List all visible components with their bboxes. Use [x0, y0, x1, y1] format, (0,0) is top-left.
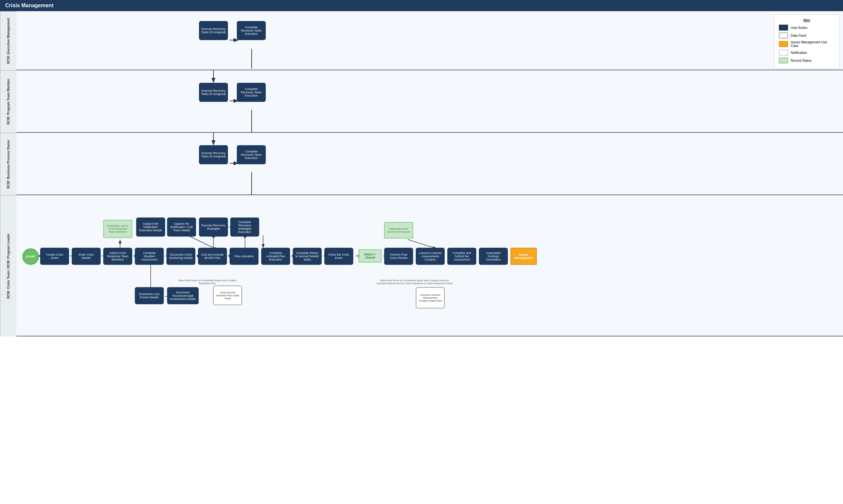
key-swatch-blue [779, 25, 788, 31]
box-start: START [22, 248, 39, 265]
key-swatch-notif [779, 50, 788, 55]
box-lessons-create[interactable]: Lessons Learned Assessments Creation [416, 248, 445, 265]
lane-exec: Execute Recovery Tasks (If Assigned) Com… [16, 11, 843, 70]
box-status-closed: Status = Closed [359, 249, 381, 263]
lane-label-exec: BCM: Executive Management [0, 11, 16, 70]
box-bpo-complete[interactable]: Complete Recovery Tasks Execution [237, 145, 266, 164]
key-label-datafeed: Data Feed [791, 34, 806, 37]
key-label-issues: Issues Management Use Case [791, 40, 835, 48]
arrows-exec [16, 11, 843, 70]
key-row-notif: Notification [779, 50, 835, 55]
lane-label-bpo: BCM: Business Process Owner [0, 133, 16, 195]
box-doc-crisis[interactable]: Document Crisis Monitoring Details [167, 248, 195, 265]
lane-crisis: START Create Crisis Event Enter Crisis D… [16, 195, 843, 337]
box-execute-recov-strat[interactable]: Execute Recovery Strategies [199, 217, 228, 237]
box-complete-sit[interactable]: Complete Situation Assessment [135, 248, 164, 265]
box-link-activate[interactable]: Link and Activate BC/DR Plan [198, 248, 227, 265]
box-complete-recov-strat[interactable]: Complete Recovery Strategies Execution [230, 217, 259, 237]
box-crisis-datafeed: Crisis Events Activate Plans Data Feed [213, 286, 242, 305]
box-perform-post[interactable]: Perform Post Crisis Review [384, 248, 413, 265]
box-doc-loss[interactable]: Document Loss Events Details [135, 287, 164, 304]
svg-line-32 [186, 235, 217, 249]
key-row-status: Record Status [779, 57, 835, 64]
box-complete-act-plan[interactable]: Complete Activated Plan Execution [261, 248, 290, 265]
box-close-crisis[interactable]: Close the Crisis Event [324, 248, 353, 265]
lane-prog: Execute Recovery Tasks (If Assigned) Com… [16, 70, 843, 133]
box-create-crisis[interactable]: Create Crisis Event [40, 248, 69, 265]
key-label-user: User Action [791, 26, 807, 30]
lane-label-prog: BCM: Program Team Member [0, 70, 16, 133]
key-row-datafeed: Data Feed [779, 33, 835, 38]
key-label-status: Record Status [791, 59, 811, 62]
box-capture-call[interactable]: Capture the Notification / Call Trees De… [167, 217, 196, 237]
box-plan-activation[interactable]: Plan Activation [229, 248, 259, 265]
box-enter-crisis[interactable]: Enter Crisis Details [72, 248, 101, 265]
lane-label-crisis: BCM: Crisis Team / BCM: Program Leader [0, 195, 16, 337]
box-complete-return[interactable]: Complete Return to Normal Details/ Tasks [293, 248, 322, 265]
box-prog-complete[interactable]: Complete Recovery Tasks Execution [237, 83, 266, 102]
arrows-prog [16, 70, 843, 132]
label-datafeed-lessons: Data Feed Runs on Scheduled Basis and Cr… [375, 279, 454, 285]
box-auto-findings[interactable]: Automated Findings Generation [479, 248, 508, 265]
key-title: Key [779, 18, 835, 22]
box-exec-complete[interactable]: Complete Recovery Tasks Execution [237, 21, 266, 40]
key-swatch-datafeed [779, 33, 788, 38]
label-datafeed-crisis: Data Feed Runs on Scheduled Basis and Cr… [174, 279, 240, 285]
box-capture-notif-exec[interactable]: Capture the Notification Execution Detai… [136, 217, 165, 237]
box-bpo-execute[interactable]: Execute Recovery Tasks (If Assigned) [199, 145, 228, 164]
page-title: Crisis Management [0, 0, 843, 11]
svg-line-31 [408, 239, 436, 248]
box-select-crisis[interactable]: Select Crisis Response Team Members [103, 248, 132, 265]
key-swatch-status [779, 57, 788, 64]
key-swatch-issues [779, 41, 788, 47]
box-issues-mgmt[interactable]: Issues Management [511, 248, 537, 265]
box-exec-execute[interactable]: Execute Recovery Tasks (If Assigned) [199, 21, 228, 40]
key-row-user: User Action [779, 25, 835, 31]
box-prog-execute[interactable]: Execute Recovery Tasks (If Assigned) [199, 83, 228, 102]
box-doc-insurance[interactable]: Document Insurance/Legal Involvement Det… [167, 287, 199, 304]
key-label-notif: Notification [791, 51, 807, 55]
box-lessons-datafeed: Lessons Learned Assessment Creation Data… [416, 287, 445, 308]
arrows-crisis [16, 195, 843, 336]
box-complete-submit[interactable]: Complete and Submit the Assessment [447, 248, 476, 265]
key-row-issues: Issues Management Use Case [779, 40, 835, 48]
arrows-bpo [16, 133, 843, 195]
key-legend: Key User Action Data Feed Issues Managem… [774, 15, 840, 69]
box-notif-crisis: Notification sent to Crisis Response Tea… [103, 220, 132, 238]
lane-bpo: Execute Recovery Tasks (If Assigned) Com… [16, 133, 843, 195]
box-notif-persona: Notification sent based on Personas [384, 222, 413, 238]
